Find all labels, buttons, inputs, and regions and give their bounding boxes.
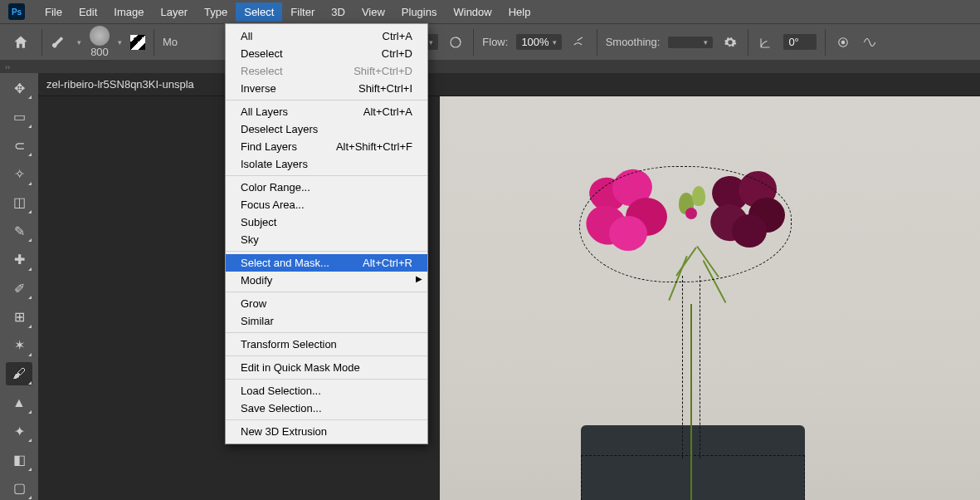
menu-item-grow[interactable]: Grow [226,295,427,312]
pencil-tool[interactable]: ✐ [6,277,32,300]
menu-item-similar[interactable]: Similar [226,312,427,330]
marquee-tool[interactable]: ▭ [6,105,32,128]
menu-item-all[interactable]: AllCtrl+A [226,27,427,45]
pressure-size-icon[interactable] [834,33,852,51]
angle-field[interactable]: 0° [783,34,817,50]
brush-icon[interactable] [51,33,69,51]
menu-help[interactable]: Help [500,2,539,22]
eraser-tool[interactable]: ◧ [6,448,32,471]
tools-panel: ✥▭⊂✧◫✎✚✐⊞✶🖌▲✦◧▢ [0,73,38,500]
menu-item-new-3d-extrusion[interactable]: New 3D Extrusion [226,423,427,440]
panel-grip[interactable]: ›› [0,60,980,73]
symmetry-icon[interactable] [861,33,879,51]
menu-item-sky[interactable]: Sky [226,231,427,248]
angle-icon[interactable] [757,33,775,51]
clone-stamp-tool[interactable]: ⊞ [6,305,32,328]
document-tab[interactable]: zel-ribeiro-lr5SN8qn3KI-unspla [38,73,980,96]
home-icon[interactable] [8,30,33,55]
menu-edit[interactable]: Edit [71,2,105,22]
tablet-pressure-icon[interactable] [130,35,145,50]
menu-item-deselect-layers[interactable]: Deselect Layers [226,120,427,138]
flow-field[interactable]: 100%▾ [516,34,561,50]
menu-file[interactable]: File [37,2,71,22]
menu-item-all-layers[interactable]: All LayersAlt+Ctrl+A [226,103,427,120]
dodge-tool[interactable]: ✦ [6,419,32,443]
lasso-tool[interactable]: ⊂ [6,134,32,157]
flow-label: Flow: [482,36,508,48]
brush-size-value: 800 [90,46,109,58]
pressure-opacity-icon[interactable] [446,33,465,51]
menu-item-modify[interactable]: Modify▶ [226,272,427,289]
rectangle-tool[interactable]: ▢ [6,477,32,500]
menu-3d[interactable]: 3D [323,2,353,22]
brush-tool[interactable]: 🖌 [6,362,32,385]
menu-item-isolate-layers[interactable]: Isolate Layers [226,155,427,173]
menu-item-focus-area[interactable]: Focus Area... [226,196,427,213]
canvas[interactable] [38,96,980,500]
menu-window[interactable]: Window [445,2,500,22]
menu-filter[interactable]: Filter [282,2,323,22]
move-tool[interactable]: ✥ [6,76,32,100]
app-logo: Ps [8,3,25,20]
options-bar: ▾ 800 ▾ Mo 100%▾ Flow: 100%▾ Smoothing: … [0,23,980,60]
menu-select[interactable]: Select [236,2,282,22]
menu-plugins[interactable]: Plugins [393,2,446,22]
menu-item-edit-in-quick-mask-mode[interactable]: Edit in Quick Mask Mode [226,359,427,376]
brush-preset[interactable]: 800 [90,26,110,58]
menubar: Ps FileEditImageLayerTypeSelectFilter3DV… [0,0,980,23]
menu-item-save-selection[interactable]: Save Selection... [226,400,427,417]
smoothing-label: Smoothing: [606,36,661,48]
menu-item-load-selection[interactable]: Load Selection... [226,382,427,400]
svg-point-2 [841,40,846,44]
menu-item-inverse[interactable]: InverseShift+Ctrl+I [226,80,427,97]
menu-type[interactable]: Type [196,2,236,22]
menu-image[interactable]: Image [105,2,152,22]
select-menu-dropdown: AllCtrl+ADeselectCtrl+DReselectShift+Ctr… [225,23,428,444]
mode-label: Mo [163,36,178,48]
document-tab-title: zel-ribeiro-lr5SN8qn3KI-unspla [46,78,194,91]
eyedropper-tool[interactable]: ✎ [6,219,32,243]
menu-view[interactable]: View [353,2,393,22]
menu-item-color-range[interactable]: Color Range... [226,179,427,196]
menu-layer[interactable]: Layer [153,2,197,22]
menu-item-deselect[interactable]: DeselectCtrl+D [226,45,427,62]
magic-wand-tool[interactable]: ✧ [6,162,32,185]
menu-item-find-layers[interactable]: Find LayersAlt+Shift+Ctrl+F [226,138,427,155]
menu-item-transform-selection[interactable]: Transform Selection [226,336,427,353]
healing-brush-tool[interactable]: ✚ [6,248,32,271]
menu-item-reselect: ReselectShift+Ctrl+D [226,62,427,80]
smoothing-gear-icon[interactable] [721,33,739,51]
smoothing-field[interactable]: ▾ [668,37,713,48]
gradient-tool[interactable]: ▲ [6,390,32,414]
airbrush-icon[interactable] [570,33,588,51]
history-brush-tool[interactable]: ✶ [6,334,32,357]
image-content [440,96,980,500]
menu-item-select-and-mask[interactable]: Select and Mask...Alt+Ctrl+R [226,254,427,272]
crop-tool[interactable]: ◫ [6,191,32,214]
menu-item-subject[interactable]: Subject [226,213,427,231]
